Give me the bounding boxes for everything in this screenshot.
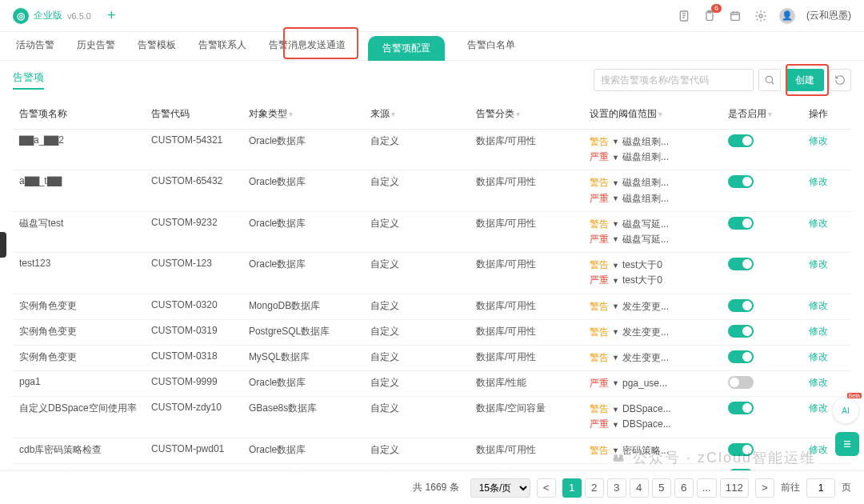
refresh-button[interactable] bbox=[829, 69, 851, 91]
page-button[interactable]: 112 bbox=[720, 478, 749, 498]
page-button[interactable]: ... bbox=[697, 478, 717, 498]
caret-down-icon[interactable]: ▼ bbox=[612, 178, 619, 189]
cell-source: 自定义 bbox=[364, 294, 470, 319]
tab-5[interactable]: 告警项配置 bbox=[368, 36, 445, 61]
enable-toggle[interactable] bbox=[728, 325, 754, 338]
enable-toggle[interactable] bbox=[728, 299, 754, 312]
add-button[interactable]: + bbox=[102, 7, 121, 24]
caret-down-icon[interactable]: ▼ bbox=[612, 275, 619, 286]
tab-2[interactable]: 告警模板 bbox=[138, 38, 176, 60]
user-name[interactable]: (云和恩墨) bbox=[806, 9, 851, 22]
caret-down-icon[interactable]: ▼ bbox=[612, 260, 619, 271]
caret-down-icon[interactable]: ▼ bbox=[612, 136, 619, 147]
caret-down-icon[interactable]: ▼ bbox=[612, 234, 619, 245]
ai-assistant-button[interactable]: AIBeta bbox=[832, 397, 859, 424]
edit-link[interactable]: 修改 bbox=[809, 402, 828, 414]
table-row: a▇▇_t▇▇ CUSTOM-65432 Oracle数据库 自定义 数据库/可… bbox=[13, 170, 851, 211]
severity-label: 警告 bbox=[590, 402, 609, 417]
edit-link[interactable]: 修改 bbox=[809, 326, 828, 337]
cell-type: Oracle数据库 bbox=[242, 130, 364, 170]
clipboard-icon[interactable]: 6 bbox=[702, 9, 717, 23]
col-type: 对象类型▾ bbox=[242, 99, 364, 130]
edit-link[interactable]: 修改 bbox=[809, 218, 828, 229]
edit-link[interactable]: 修改 bbox=[809, 444, 828, 455]
cell-threshold: 警告▼磁盘组剩...严重▼磁盘组剩... bbox=[583, 170, 722, 211]
create-button[interactable]: 创建 bbox=[786, 69, 824, 91]
cell-action: 修改 bbox=[802, 345, 851, 370]
filter-icon[interactable]: ▾ bbox=[768, 110, 772, 118]
page-button[interactable]: 5 bbox=[652, 478, 671, 498]
search-input[interactable] bbox=[594, 69, 754, 91]
enable-toggle[interactable] bbox=[728, 258, 754, 270]
filter-icon[interactable]: ▾ bbox=[289, 110, 293, 118]
edit-link[interactable]: 修改 bbox=[809, 258, 828, 270]
svg-rect-3 bbox=[731, 12, 740, 20]
tab-3[interactable]: 告警联系人 bbox=[198, 38, 246, 60]
page-button[interactable]: 4 bbox=[630, 478, 649, 498]
tab-6[interactable]: 告警白名单 bbox=[467, 38, 515, 60]
cell-source: 自定义 bbox=[364, 319, 470, 345]
tab-1[interactable]: 历史告警 bbox=[77, 38, 115, 60]
table-container: 告警项名称 告警代码 对象类型▾ 来源▾ 告警分类▾ 设置的阈值范围▾ 是否启用… bbox=[0, 99, 864, 475]
page-button[interactable]: 6 bbox=[674, 478, 694, 498]
col-source: 来源▾ bbox=[364, 99, 470, 130]
edit-link[interactable]: 修改 bbox=[809, 135, 828, 146]
search-button[interactable] bbox=[758, 69, 781, 91]
table-row: 实例角色变更 CUSTOM-0320 MongoDB数据库 自定义 数据库/可用… bbox=[13, 294, 851, 319]
threshold-text: 磁盘组剩... bbox=[622, 191, 669, 206]
edit-link[interactable]: 修改 bbox=[809, 377, 828, 388]
cell-threshold: 严重▼pga_use... bbox=[583, 371, 722, 397]
tab-0[interactable]: 活动告警 bbox=[16, 38, 54, 60]
goto-page-input[interactable] bbox=[806, 478, 835, 498]
calendar-icon[interactable] bbox=[728, 9, 742, 23]
cell-threshold: 警告▼密码策略... bbox=[583, 438, 722, 463]
enable-toggle[interactable] bbox=[728, 134, 754, 147]
page-button[interactable]: 2 bbox=[585, 478, 604, 498]
side-drawer-handle[interactable] bbox=[0, 232, 6, 258]
cell-action: 修改 bbox=[802, 371, 851, 397]
tab-4[interactable]: 告警消息发送通道 bbox=[269, 38, 346, 60]
edit-link[interactable]: 修改 bbox=[809, 300, 828, 311]
enable-toggle[interactable] bbox=[728, 217, 754, 230]
enable-toggle[interactable] bbox=[728, 443, 754, 456]
enable-toggle[interactable] bbox=[728, 175, 754, 188]
caret-down-icon[interactable]: ▼ bbox=[612, 445, 619, 456]
cell-type: Oracle数据库 bbox=[242, 211, 364, 252]
enable-toggle[interactable] bbox=[728, 376, 754, 389]
user-avatar-icon[interactable]: 👤 bbox=[779, 8, 795, 24]
gear-icon[interactable] bbox=[754, 9, 768, 23]
threshold-text: 磁盘写延... bbox=[622, 232, 669, 247]
caret-down-icon[interactable]: ▼ bbox=[612, 218, 619, 230]
caret-down-icon[interactable]: ▼ bbox=[612, 193, 619, 204]
page-button[interactable]: 3 bbox=[607, 478, 626, 498]
next-page-button[interactable]: > bbox=[755, 478, 774, 498]
edit-link[interactable]: 修改 bbox=[809, 351, 828, 362]
severity-label: 警告 bbox=[590, 217, 609, 232]
prev-page-button[interactable]: < bbox=[537, 478, 556, 498]
caret-down-icon[interactable]: ▼ bbox=[612, 352, 619, 363]
cell-enabled bbox=[722, 397, 802, 438]
filter-icon[interactable]: ▾ bbox=[658, 110, 662, 118]
edit-link[interactable]: 修改 bbox=[809, 176, 828, 187]
caret-down-icon[interactable]: ▼ bbox=[612, 301, 619, 312]
caret-down-icon[interactable]: ▼ bbox=[612, 152, 619, 163]
doc-icon[interactable] bbox=[677, 9, 691, 23]
cell-code: CUSTOM-54321 bbox=[145, 130, 242, 170]
caret-down-icon[interactable]: ▼ bbox=[612, 326, 619, 338]
page-button[interactable]: 1 bbox=[562, 478, 582, 498]
float-menu-button[interactable] bbox=[835, 432, 859, 456]
caret-down-icon[interactable]: ▼ bbox=[612, 419, 619, 430]
caret-down-icon[interactable]: ▼ bbox=[612, 378, 619, 389]
page-size-select[interactable]: 15条/页 bbox=[470, 478, 530, 498]
threshold-text: 发生变更... bbox=[622, 350, 669, 366]
cell-code: CUSTOM-9999 bbox=[145, 371, 242, 397]
enable-toggle[interactable] bbox=[728, 350, 754, 363]
cell-source: 自定义 bbox=[364, 345, 470, 370]
caret-down-icon[interactable]: ▼ bbox=[612, 404, 619, 415]
enable-toggle[interactable] bbox=[728, 402, 754, 414]
severity-label: 严重 bbox=[590, 191, 609, 206]
filter-icon[interactable]: ▾ bbox=[516, 110, 520, 118]
filter-icon[interactable]: ▾ bbox=[391, 110, 395, 118]
app-version: v6.5.0 bbox=[67, 11, 91, 21]
cell-source: 自定义 bbox=[364, 253, 470, 294]
